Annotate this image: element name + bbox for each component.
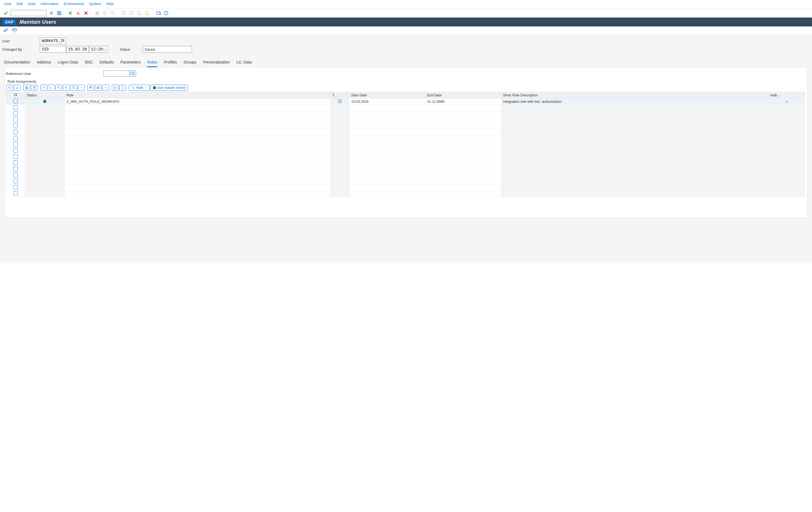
tab-lic-data[interactable]: Lic. Data: [236, 58, 252, 67]
tab-personalization[interactable]: Personalization: [203, 58, 230, 67]
back-icon[interactable]: [67, 10, 74, 16]
tab-profiles[interactable]: Profiles: [164, 58, 177, 67]
col-header-start[interactable]: Start Date: [349, 92, 425, 98]
grid-print-button[interactable]: [87, 85, 94, 91]
table-row[interactable]: [6, 124, 805, 130]
row-select-box[interactable]: [13, 124, 18, 128]
collapse-icon[interactable]: [49, 10, 55, 16]
row-select-box[interactable]: [13, 160, 18, 165]
grid-filter-button[interactable]: [70, 85, 77, 91]
row-select-box[interactable]: [13, 179, 18, 183]
new-session-icon[interactable]: ★: [155, 10, 162, 16]
menu-help[interactable]: Help: [106, 2, 114, 6]
print-icon[interactable]: [94, 10, 100, 16]
grid-paste-button[interactable]: [31, 85, 37, 91]
scales-icon[interactable]: [12, 27, 17, 34]
tab-parameters[interactable]: Parameters: [120, 58, 141, 67]
col-header-desc[interactable]: Short Role Description: [501, 92, 768, 98]
cell-end-date[interactable]: 31.12.9999: [425, 98, 501, 105]
first-page-icon[interactable]: [121, 10, 127, 16]
row-select-box[interactable]: [13, 185, 18, 189]
table-row[interactable]: [6, 142, 805, 148]
table-row[interactable]: [6, 117, 805, 124]
tab-documentation[interactable]: Documentation: [4, 58, 30, 67]
reference-user-lookup-button[interactable]: [130, 71, 136, 77]
row-select-box[interactable]: [13, 105, 18, 110]
table-row[interactable]: [6, 136, 805, 142]
grid-total-button[interactable]: [119, 85, 126, 91]
last-page-icon[interactable]: [144, 10, 150, 16]
cell-start-date[interactable]: 15.03.2024: [349, 98, 425, 105]
grid-cut-button[interactable]: [23, 85, 30, 91]
help-icon[interactable]: ?: [163, 10, 169, 16]
col-header-indir[interactable]: Indir…: [768, 92, 805, 98]
grid-config-header[interactable]: [6, 92, 25, 98]
table-row[interactable]: [6, 172, 805, 179]
row-select-box[interactable]: [13, 167, 18, 171]
table-row[interactable]: [6, 166, 805, 172]
exit-icon[interactable]: [75, 10, 81, 16]
row-select-box[interactable]: [13, 111, 18, 116]
table-row[interactable]: [6, 185, 805, 191]
row-select-box[interactable]: [13, 148, 18, 153]
grid-refresh-button[interactable]: [14, 85, 21, 91]
reference-user-field[interactable]: [103, 71, 129, 77]
grid-sort-desc-button[interactable]: [48, 85, 55, 91]
tab-roles[interactable]: Roles: [147, 58, 157, 67]
row-select-box[interactable]: [13, 173, 18, 177]
table-row[interactable]: [6, 148, 805, 154]
row-select-box[interactable]: [13, 154, 18, 159]
tab-logon-data[interactable]: Logon Data: [58, 58, 78, 67]
row-select-box[interactable]: [13, 136, 18, 140]
row-select-box[interactable]: [13, 117, 18, 122]
table-row[interactable]: [6, 130, 805, 136]
grid-find-next-button[interactable]: [63, 85, 69, 91]
enter-icon[interactable]: [3, 10, 9, 16]
menu-system[interactable]: System: [89, 2, 101, 6]
menu-environment[interactable]: Environment: [64, 2, 84, 6]
table-row[interactable]: Z_MIN_AUTH_ROLE_WORKATO15.03.202431.12.9…: [6, 98, 805, 105]
tab-defaults[interactable]: Defaults: [99, 58, 114, 67]
menu-goto[interactable]: Goto: [28, 2, 36, 6]
menu-information[interactable]: Information: [40, 2, 59, 6]
changed-time-field[interactable]: [89, 46, 108, 53]
changed-by-field[interactable]: [40, 46, 66, 53]
command-field[interactable]: [10, 10, 47, 16]
find-next-icon[interactable]: +: [110, 10, 116, 16]
tab-snc[interactable]: SNC: [85, 58, 93, 67]
tab-address[interactable]: Address: [37, 58, 51, 67]
grid-delete-row-button[interactable]: [112, 85, 119, 91]
menu-user[interactable]: User: [4, 2, 11, 6]
user-field[interactable]: [40, 37, 66, 44]
cancel-icon[interactable]: [83, 10, 89, 16]
display-change-icon[interactable]: [3, 27, 8, 34]
row-select-box[interactable]: [13, 99, 18, 103]
grid-user-master-button[interactable]: User master record: [150, 85, 188, 91]
grid-role-button[interactable]: Role: [129, 85, 150, 91]
col-header-status[interactable]: Status: [25, 92, 65, 98]
prev-page-icon[interactable]: [128, 10, 135, 16]
find-icon[interactable]: [102, 10, 108, 16]
grid-details-button[interactable]: [6, 85, 13, 91]
grid-find-button[interactable]: [55, 85, 62, 91]
next-page-icon[interactable]: [136, 10, 143, 16]
row-select-box[interactable]: [13, 191, 18, 195]
grid-sort-asc-button[interactable]: [40, 85, 47, 91]
col-header-type[interactable]: T…: [330, 92, 349, 98]
table-row[interactable]: [6, 191, 805, 197]
cell-role[interactable]: Z_MIN_AUTH_ROLE_WORKATO: [64, 98, 330, 105]
changed-date-field[interactable]: [66, 46, 89, 53]
grid-filter-dropdown[interactable]: [78, 85, 85, 91]
table-row[interactable]: [6, 154, 805, 160]
menu-edit[interactable]: Edit: [17, 2, 23, 6]
row-select-box[interactable]: [13, 142, 18, 146]
table-row[interactable]: [6, 105, 805, 111]
col-header-end[interactable]: End Date: [425, 92, 501, 98]
grid-export-dropdown[interactable]: [103, 85, 109, 91]
tab-groups[interactable]: Groups: [184, 58, 197, 67]
row-select-box[interactable]: [13, 130, 18, 134]
table-row[interactable]: [6, 160, 805, 166]
table-row[interactable]: [6, 179, 805, 185]
grid-export-button[interactable]: [95, 85, 102, 91]
save-icon[interactable]: [56, 10, 62, 16]
